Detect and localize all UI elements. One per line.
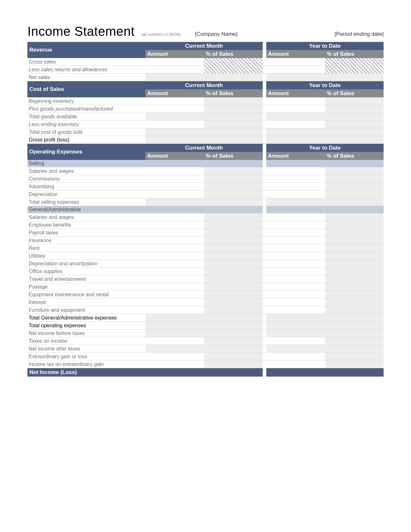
cell-amount-ytd[interactable] [266, 191, 325, 198]
cell-amount-ytd[interactable] [266, 252, 325, 260]
cell-amount-current[interactable] [145, 221, 204, 229]
cell-amount-current[interactable] [145, 337, 204, 345]
cell-pct-ytd[interactable] [325, 128, 384, 136]
cell-pct-ytd[interactable] [325, 74, 384, 81]
cell-pct-ytd[interactable] [325, 322, 384, 330]
cell-pct-current[interactable] [204, 252, 263, 260]
cell-amount-ytd[interactable] [266, 237, 325, 244]
cell-amount-current[interactable] [145, 97, 204, 105]
cell-amount-current[interactable] [145, 299, 204, 306]
cell-pct-current[interactable] [204, 66, 263, 74]
cell-pct-ytd[interactable] [325, 252, 384, 260]
cell-amount-current[interactable] [145, 330, 204, 337]
cell-amount-ytd[interactable] [266, 221, 325, 229]
cell-amount-current[interactable] [145, 283, 204, 291]
cell-amount-current[interactable] [145, 260, 204, 268]
cell-amount-ytd[interactable] [266, 260, 325, 268]
company-name-placeholder[interactable]: [Company Name] [195, 31, 238, 39]
cell-amount-current[interactable] [145, 198, 204, 206]
cell-pct-ytd[interactable] [325, 167, 384, 175]
cell-amount-ytd[interactable] [266, 175, 325, 183]
cell-amount-current[interactable] [145, 128, 204, 136]
cell-amount-current[interactable] [145, 268, 204, 275]
cell-pct-current[interactable] [204, 275, 263, 283]
cell-pct-ytd[interactable] [325, 213, 384, 221]
cell-amount-ytd[interactable] [266, 322, 325, 330]
cell-amount-ytd[interactable] [266, 368, 325, 377]
cell-pct-ytd[interactable] [325, 66, 384, 74]
cell-pct-ytd[interactable] [325, 353, 384, 360]
cell-pct-ytd[interactable] [325, 306, 384, 314]
cell-amount-current[interactable] [145, 229, 204, 237]
cell-pct-ytd[interactable] [325, 268, 384, 275]
cell-amount-ytd[interactable] [266, 198, 325, 206]
cell-pct-current[interactable] [204, 337, 263, 345]
cell-amount-ytd[interactable] [266, 128, 325, 136]
cell-amount-ytd[interactable] [266, 330, 325, 337]
cell-amount-ytd[interactable] [266, 314, 325, 322]
cell-pct-ytd[interactable] [325, 175, 384, 183]
cell-amount-ytd[interactable] [266, 183, 325, 191]
cell-amount-current[interactable] [145, 121, 204, 128]
cell-amount-current[interactable] [145, 167, 204, 175]
cell-pct-ytd[interactable] [325, 221, 384, 229]
cell-pct-current[interactable] [204, 368, 263, 377]
cell-pct-current[interactable] [204, 283, 263, 291]
cell-pct-current[interactable] [204, 345, 263, 353]
cell-pct-ytd[interactable] [325, 97, 384, 105]
cell-amount-ytd[interactable] [266, 167, 325, 175]
cell-pct-ytd[interactable] [325, 113, 384, 121]
cell-amount-current[interactable] [145, 252, 204, 260]
cell-pct-ytd[interactable] [325, 260, 384, 268]
cell-amount-current[interactable] [145, 136, 204, 144]
cell-amount-ytd[interactable] [266, 275, 325, 283]
cell-amount-ytd[interactable] [266, 66, 325, 74]
cell-pct-current[interactable] [204, 237, 263, 244]
cell-amount-current[interactable] [145, 322, 204, 330]
cell-amount-current[interactable] [145, 368, 204, 377]
cell-amount-current[interactable] [145, 306, 204, 314]
cell-amount-ytd[interactable] [266, 58, 325, 66]
cell-pct-current[interactable] [204, 191, 263, 198]
cell-amount-current[interactable] [145, 183, 204, 191]
cell-pct-current[interactable] [204, 128, 263, 136]
cell-pct-ytd[interactable] [325, 283, 384, 291]
cell-amount-ytd[interactable] [266, 360, 325, 368]
cell-pct-ytd[interactable] [325, 58, 384, 66]
cell-amount-current[interactable] [145, 175, 204, 183]
cell-pct-current[interactable] [204, 121, 263, 128]
cell-pct-current[interactable] [204, 330, 263, 337]
cell-pct-current[interactable] [204, 105, 263, 113]
cell-pct-ytd[interactable] [325, 191, 384, 198]
cell-amount-current[interactable] [145, 237, 204, 244]
cell-amount-ytd[interactable] [266, 244, 325, 252]
cell-pct-ytd[interactable] [325, 105, 384, 113]
cell-amount-current[interactable] [145, 74, 204, 81]
cell-pct-current[interactable] [204, 183, 263, 191]
cell-pct-ytd[interactable] [325, 299, 384, 306]
cell-amount-current[interactable] [145, 275, 204, 283]
cell-amount-ytd[interactable] [266, 229, 325, 237]
cell-pct-current[interactable] [204, 244, 263, 252]
cell-pct-ytd[interactable] [325, 368, 384, 377]
cell-amount-current[interactable] [145, 191, 204, 198]
cell-pct-current[interactable] [204, 291, 263, 299]
cell-pct-ytd[interactable] [325, 237, 384, 244]
cell-pct-ytd[interactable] [325, 275, 384, 283]
cell-amount-current[interactable] [145, 353, 204, 360]
cell-pct-current[interactable] [204, 306, 263, 314]
cell-pct-current[interactable] [204, 260, 263, 268]
cell-pct-ytd[interactable] [325, 229, 384, 237]
cell-pct-current[interactable] [204, 97, 263, 105]
cell-pct-ytd[interactable] [325, 337, 384, 345]
cell-pct-current[interactable] [204, 353, 263, 360]
cell-amount-current[interactable] [145, 213, 204, 221]
cell-pct-current[interactable] [204, 213, 263, 221]
cell-pct-current[interactable] [204, 136, 263, 144]
cell-amount-current[interactable] [145, 113, 204, 121]
cell-pct-ytd[interactable] [325, 183, 384, 191]
cell-amount-current[interactable] [145, 345, 204, 353]
cell-pct-current[interactable] [204, 268, 263, 275]
cell-pct-current[interactable] [204, 175, 263, 183]
cell-pct-current[interactable] [204, 74, 263, 81]
